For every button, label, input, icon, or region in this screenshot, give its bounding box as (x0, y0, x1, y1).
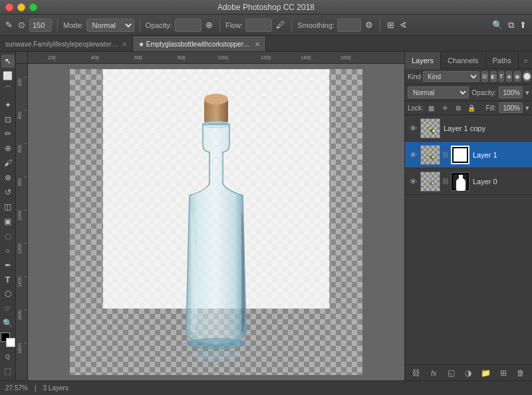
add-mask-icon[interactable]: ◱ (444, 366, 458, 380)
layers-bottom-bar: ⛓ fx ◱ ◑ 📁 ⊞ 🗑 (405, 364, 532, 380)
layer-count: 3 Layers (43, 384, 68, 392)
tool-move[interactable]: ↖ (1, 55, 15, 68)
maximize-button[interactable] (29, 3, 37, 11)
bottle-svg (150, 79, 283, 365)
svg-text:1400: 1400 (17, 277, 22, 287)
layer-visibility-layer0[interactable]: 👁 (408, 178, 418, 186)
fill-value-input[interactable] (499, 102, 523, 113)
brush-size-icon[interactable]: ⊙ (17, 19, 27, 31)
filter-adjust-icon[interactable]: ◐ (490, 71, 497, 82)
angle-icon[interactable]: ∢ (398, 19, 408, 31)
new-layer-icon[interactable]: ⊞ (496, 366, 511, 380)
tab-0-close[interactable]: ✕ (122, 41, 127, 48)
filter-pixel-icon[interactable]: ⊞ (481, 71, 488, 82)
tool-wand[interactable]: ✦ (1, 98, 15, 112)
tool-eraser[interactable]: ◫ (1, 200, 15, 213)
layer-visibility-layer1copy[interactable]: 👁 (408, 124, 418, 132)
layers-list: 👁 🍾 Layer 1 copy 👁 🍾 ⛓ (405, 115, 532, 364)
tool-dodge[interactable]: ○ (1, 244, 15, 257)
background-color[interactable] (6, 338, 15, 347)
layer-link-icon[interactable]: ⛓ (442, 151, 449, 158)
close-button[interactable] (5, 3, 13, 11)
tool-crop[interactable]: ⊡ (1, 113, 15, 126)
opacity-chevron-icon[interactable]: ▾ (525, 88, 529, 97)
tool-hand[interactable]: ☞ (1, 302, 15, 315)
toolbar: ✎ ⊙ Mode: Normal Dissolve Multiply Scree… (0, 15, 532, 36)
tool-healing[interactable]: ⊕ (1, 142, 15, 155)
foreground-background-colors[interactable] (1, 332, 15, 347)
flow-input[interactable]: 100% (245, 19, 272, 32)
layer-filter-row: Kind Kind Name Effect Mode Attribute Col… (405, 69, 532, 84)
lock-all-icon[interactable]: 🔒 (466, 102, 477, 113)
tab-1-close[interactable]: ✕ (255, 41, 260, 48)
fill-chevron-icon[interactable]: ▾ (525, 104, 529, 112)
pressure-flow-icon[interactable]: 🖊 (275, 19, 286, 31)
statusbar: 27.57% | 3 Layers (0, 380, 532, 395)
layer-row-layer0[interactable]: 👁 🍾 ⛓ Layer 0 (405, 168, 532, 195)
layer-effects-icon[interactable]: fx (426, 366, 441, 380)
tool-brush[interactable]: 🖌 (1, 156, 15, 170)
toolbar-divider-4 (291, 19, 292, 32)
right-panel: Layers Channels Paths ≡ Kind Kind Name E… (404, 52, 532, 380)
tool-history[interactable]: ↺ (1, 186, 15, 199)
tool-clone[interactable]: ⊗ (1, 171, 15, 184)
layer-name-layer1: Layer 1 (471, 151, 529, 159)
panel-collapse-button[interactable]: ≡ (520, 52, 532, 69)
delete-layer-icon[interactable]: 🗑 (513, 366, 528, 380)
tool-pen[interactable]: ✒ (1, 259, 15, 272)
lock-label: Lock: (408, 104, 424, 112)
tool-zoom[interactable]: 🔍 (1, 317, 15, 330)
ruler-top: 200 400 600 800 1000 1200 1400 1600 (28, 52, 404, 64)
smoothing-input[interactable]: 12% (337, 19, 361, 32)
mode-label: Mode: (63, 21, 84, 29)
link-layers-icon[interactable]: ⛓ (409, 366, 424, 380)
lock-artboards-icon[interactable]: ⊠ (453, 102, 464, 113)
layer-row-layer1copy[interactable]: 👁 🍾 Layer 1 copy (405, 115, 532, 142)
arrange-icon[interactable]: ⧉ (507, 19, 515, 32)
tab-channels[interactable]: Channels (441, 52, 485, 69)
toolbar-divider-5 (380, 19, 380, 32)
lock-position-icon[interactable]: ✛ (440, 102, 450, 113)
layer-row-layer1[interactable]: 👁 🍾 ⛓ Layer 1 (405, 142, 532, 168)
opacity-input[interactable]: 100% (175, 19, 201, 32)
share-icon[interactable]: ⬆ (518, 19, 528, 31)
search-icon[interactable]: 🔍 (491, 19, 504, 31)
brush-tool-icon[interactable]: ✎ (4, 19, 14, 31)
lock-pixels-icon[interactable]: ▦ (426, 102, 437, 113)
filter-toggle-icon[interactable]: ⚪ (523, 71, 531, 82)
filter-shape-icon[interactable]: ◈ (506, 71, 512, 82)
minimize-button[interactable] (17, 3, 25, 11)
layer-link-icon-0[interactable]: ⛓ (442, 178, 449, 185)
tool-marquee[interactable]: ⬜ (1, 69, 15, 82)
tab-paths[interactable]: Paths (486, 52, 519, 69)
tool-gradient[interactable]: ▣ (1, 215, 15, 228)
tool-mode[interactable]: Q (1, 350, 15, 363)
tool-eyedropper[interactable]: ✏ (1, 128, 15, 141)
adjustment-layer-icon[interactable]: ◑ (461, 366, 475, 380)
canvas-image-container (70, 69, 362, 375)
tab-1[interactable]: ★ Emptyglassbottlewithcorkstopperisolate… (133, 37, 266, 51)
tab-0[interactable]: sunwave.Familylifestylepeoplewatersportl… (0, 37, 133, 51)
canvas-area[interactable] (28, 64, 404, 380)
tool-shape[interactable]: ⬡ (1, 288, 15, 301)
tab-1-label: ★ Emptyglassbottlewithcorkstopperisolate… (138, 41, 251, 48)
tool-blur[interactable]: ◌ (1, 229, 15, 243)
tool-text[interactable]: T (1, 273, 15, 287)
filter-text-icon[interactable]: T (499, 71, 504, 82)
mode-select[interactable]: Normal Dissolve Multiply Screen (86, 19, 134, 32)
pressure-opacity-icon[interactable]: ⊕ (204, 19, 214, 31)
filter-smartobject-icon[interactable]: ◉ (514, 71, 521, 82)
tablet-pressure-icon[interactable]: ⊞ (386, 19, 396, 31)
tab-layers[interactable]: Layers (405, 52, 441, 69)
blend-mode-select[interactable]: Normal Dissolve Multiply Screen Overlay (408, 86, 469, 98)
smoothing-settings-icon[interactable]: ⚙ (364, 19, 374, 31)
layer-visibility-layer1[interactable]: 👁 (408, 151, 418, 159)
panel-tab-bar: Layers Channels Paths ≡ (405, 52, 532, 69)
opacity-value-input[interactable] (499, 86, 523, 98)
group-icon[interactable]: 📁 (479, 366, 493, 380)
brush-size-input[interactable] (29, 19, 52, 32)
svg-text:1200: 1200 (17, 243, 22, 254)
tool-screen-mode[interactable]: ⬚ (1, 364, 15, 378)
filter-kind-select[interactable]: Kind Name Effect Mode Attribute Color Sm… (423, 71, 479, 82)
tool-lasso[interactable]: ⌒ (1, 84, 15, 97)
